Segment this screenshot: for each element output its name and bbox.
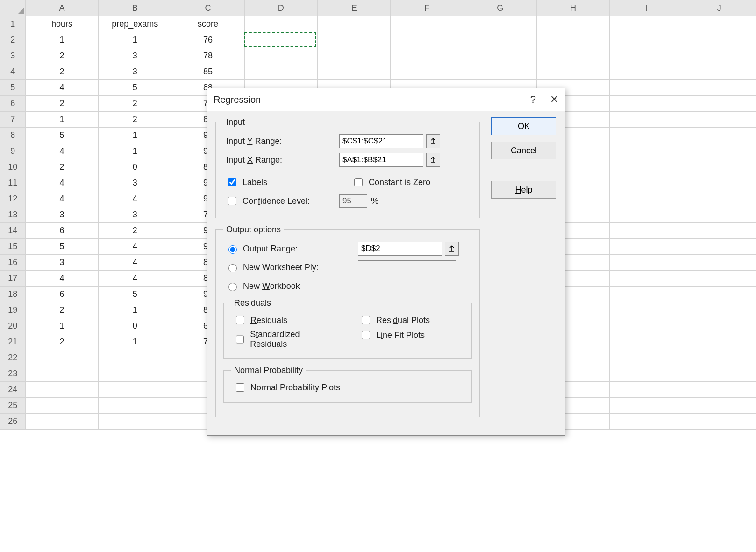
row-header-11[interactable]: 11 [0, 175, 26, 191]
cell-J23[interactable] [683, 366, 756, 382]
row-header-23[interactable]: 23 [0, 366, 26, 382]
cell-J6[interactable] [683, 96, 756, 112]
cell-A10[interactable]: 2 [25, 159, 98, 175]
cell-G1[interactable] [464, 16, 536, 32]
cell-A1[interactable]: hours [25, 16, 98, 32]
line-fit-plots-checkbox[interactable]: Line Fit Plots [357, 328, 464, 343]
normal-prob-plots-checkbox[interactable]: Normal Probability Plots [231, 380, 464, 395]
cell-A14[interactable]: 6 [25, 223, 98, 239]
cell-F3[interactable] [391, 48, 464, 64]
cell-C3[interactable]: 78 [171, 48, 244, 64]
cell-G3[interactable] [464, 48, 536, 64]
cell-A23[interactable] [25, 366, 98, 382]
row-header-12[interactable]: 12 [0, 191, 26, 207]
close-icon[interactable]: ✕ [550, 93, 558, 106]
row-header-25[interactable]: 25 [0, 398, 26, 414]
row-header-7[interactable]: 7 [0, 112, 26, 128]
cell-A19[interactable]: 2 [25, 302, 98, 318]
cell-J14[interactable] [683, 223, 756, 239]
cell-B3[interactable]: 3 [99, 48, 171, 64]
cell-F2[interactable] [391, 32, 464, 48]
cell-J1[interactable] [683, 16, 756, 32]
cell-I8[interactable] [610, 128, 683, 143]
row-header-26[interactable]: 26 [0, 414, 26, 430]
new-workbook-radio[interactable]: New Workbook [223, 280, 303, 293]
cell-B18[interactable]: 5 [99, 287, 171, 302]
cell-B5[interactable]: 5 [99, 80, 171, 96]
cell-A24[interactable] [25, 382, 98, 398]
cell-I3[interactable] [610, 48, 683, 64]
cell-B8[interactable]: 1 [99, 128, 171, 143]
cell-E3[interactable] [317, 48, 390, 64]
cell-B15[interactable]: 4 [99, 239, 171, 255]
ref-picker-icon[interactable] [426, 134, 440, 148]
cell-J24[interactable] [683, 382, 756, 398]
std-residuals-checkbox[interactable]: Standardized Residuals [231, 328, 338, 351]
cell-I1[interactable] [610, 16, 683, 32]
cell-A21[interactable]: 2 [25, 334, 98, 350]
col-header-F[interactable]: F [391, 0, 464, 16]
cell-A20[interactable]: 1 [25, 318, 98, 334]
cell-J5[interactable] [683, 80, 756, 96]
cancel-button[interactable]: Cancel [491, 142, 556, 159]
cell-J11[interactable] [683, 175, 756, 191]
cell-H3[interactable] [536, 48, 609, 64]
cell-J15[interactable] [683, 239, 756, 255]
cell-D3[interactable] [244, 48, 317, 64]
residual-plots-checkbox[interactable]: Residual Plots [357, 313, 464, 328]
cell-J8[interactable] [683, 128, 756, 143]
cell-A6[interactable]: 2 [25, 96, 98, 112]
cell-E4[interactable] [317, 64, 390, 80]
cell-A11[interactable]: 4 [25, 175, 98, 191]
col-header-J[interactable]: J [683, 0, 756, 16]
ref-picker-icon[interactable] [445, 242, 459, 256]
cell-A17[interactable]: 4 [25, 271, 98, 287]
cell-I15[interactable] [610, 239, 683, 255]
cell-B20[interactable]: 0 [99, 318, 171, 334]
cell-B24[interactable] [99, 382, 171, 398]
cell-J25[interactable] [683, 398, 756, 414]
ref-picker-icon[interactable] [426, 153, 440, 167]
row-header-19[interactable]: 19 [0, 302, 26, 318]
confidence-level-input[interactable] [339, 194, 367, 208]
cell-J4[interactable] [683, 64, 756, 80]
cell-I17[interactable] [610, 271, 683, 287]
cell-I22[interactable] [610, 350, 683, 366]
row-header-21[interactable]: 21 [0, 334, 26, 350]
row-header-24[interactable]: 24 [0, 382, 26, 398]
cell-A18[interactable]: 6 [25, 287, 98, 302]
cell-J19[interactable] [683, 302, 756, 318]
row-header-3[interactable]: 3 [0, 48, 26, 64]
help-button[interactable]: Help [491, 181, 556, 199]
cell-A15[interactable]: 5 [25, 239, 98, 255]
cell-E1[interactable] [317, 16, 390, 32]
cell-J21[interactable] [683, 334, 756, 350]
cell-G4[interactable] [464, 64, 536, 80]
cell-F4[interactable] [391, 64, 464, 80]
constant-zero-checkbox[interactable]: Constant is Zero [349, 175, 472, 190]
input-y-range[interactable] [339, 134, 423, 148]
cell-B2[interactable]: 1 [99, 32, 171, 48]
row-header-22[interactable]: 22 [0, 350, 26, 366]
cell-A7[interactable]: 1 [25, 112, 98, 128]
dialog-titlebar[interactable]: Regression ? ✕ [207, 88, 565, 111]
cell-J12[interactable] [683, 191, 756, 207]
cell-J7[interactable] [683, 112, 756, 128]
cell-J2[interactable] [683, 32, 756, 48]
select-all-corner[interactable] [0, 0, 26, 16]
cell-I18[interactable] [610, 287, 683, 302]
cell-B26[interactable] [99, 414, 171, 430]
cell-A12[interactable]: 4 [25, 191, 98, 207]
cell-J26[interactable] [683, 414, 756, 430]
cell-A25[interactable] [25, 398, 98, 414]
col-header-C[interactable]: C [171, 0, 244, 16]
cell-B10[interactable]: 0 [99, 159, 171, 175]
row-header-5[interactable]: 5 [0, 80, 26, 96]
cell-A5[interactable]: 4 [25, 80, 98, 96]
cell-I9[interactable] [610, 143, 683, 159]
cell-I5[interactable] [610, 80, 683, 96]
cell-A4[interactable]: 2 [25, 64, 98, 80]
cell-J13[interactable] [683, 207, 756, 223]
cell-I20[interactable] [610, 318, 683, 334]
cell-C4[interactable]: 85 [171, 64, 244, 80]
